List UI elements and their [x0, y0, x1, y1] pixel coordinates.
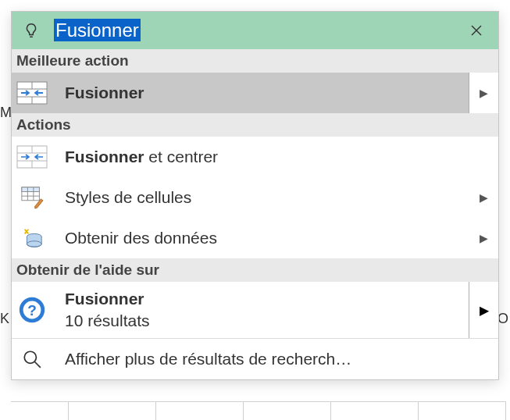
- action-submenu[interactable]: ▶: [469, 218, 498, 258]
- merge-icon: [16, 77, 48, 109]
- more-results-item[interactable]: Afficher plus de résultats de recherch…: [12, 339, 498, 379]
- chevron-right-icon: ▶: [480, 191, 488, 204]
- section-header-best-action: Meilleure action: [12, 49, 498, 73]
- svg-rect-14: [22, 187, 40, 192]
- get-data-icon: [16, 222, 48, 254]
- bleed-text-k: K: [0, 311, 9, 327]
- chevron-right-icon: ▶: [480, 232, 488, 244]
- search-input[interactable]: Fusionner: [54, 20, 462, 41]
- sheet-grid-bleed: [11, 401, 507, 420]
- svg-line-24: [34, 361, 41, 368]
- action-merge-center[interactable]: Fusionner et centrer: [12, 137, 498, 177]
- close-button[interactable]: [462, 16, 490, 44]
- close-icon: [470, 24, 483, 37]
- section-header-actions: Actions: [12, 113, 498, 137]
- action-label: Obtenir des données: [65, 229, 469, 247]
- action-get-data[interactable]: Obtenir des données ▶: [12, 218, 498, 258]
- search-query-text: Fusionner: [54, 19, 141, 41]
- action-cell-styles[interactable]: Styles de cellules ▶: [12, 177, 498, 218]
- help-icon: ?: [16, 294, 48, 326]
- help-submenu[interactable]: ▶: [469, 282, 498, 338]
- best-action-item[interactable]: Fusionner ▶: [12, 73, 498, 113]
- best-action-label: Fusionner: [65, 84, 469, 102]
- cell-styles-icon: [16, 182, 48, 213]
- help-subtitle: 10 résultats: [65, 311, 469, 330]
- best-action-submenu[interactable]: ▶: [469, 73, 498, 113]
- chevron-right-icon: ▶: [480, 303, 489, 318]
- bulb-icon: [23, 22, 40, 39]
- search-bar: Fusionner: [12, 12, 498, 49]
- help-item[interactable]: ? Fusionner 10 résultats ▶: [12, 282, 498, 338]
- search-icon: [16, 343, 48, 375]
- action-submenu[interactable]: ▶: [469, 177, 498, 218]
- merge-center-icon: [16, 141, 48, 173]
- svg-point-23: [24, 351, 36, 363]
- action-label: Styles de cellules: [65, 188, 469, 207]
- bleed-text-o: O: [498, 311, 508, 327]
- chevron-right-icon: ▶: [480, 87, 488, 99]
- tell-me-panel: Fusionner Meilleure action Fusionner ▶: [11, 11, 499, 380]
- svg-text:?: ?: [27, 302, 37, 319]
- action-label: Fusionner et centrer: [65, 148, 498, 166]
- more-results-label: Afficher plus de résultats de recherch…: [65, 350, 351, 368]
- section-header-help: Obtenir de l'aide sur: [12, 258, 498, 282]
- help-title: Fusionner: [65, 290, 469, 308]
